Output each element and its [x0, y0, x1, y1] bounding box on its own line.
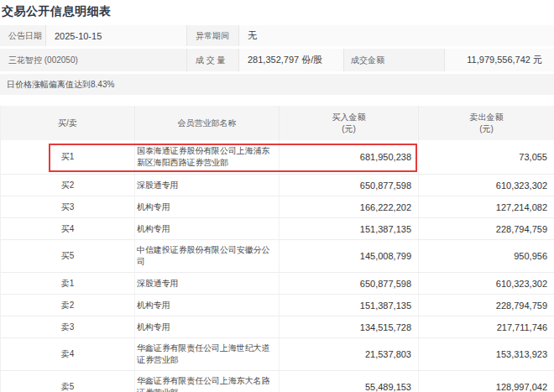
row-buy-amount: 151,387,135	[280, 295, 419, 316]
table-row: 买4 机构专用 151,387,135 228,794,759	[1, 218, 554, 240]
table-row: 买1 国泰海通证券股份有限公司上海浦东新区海阳西路证券营业部 681,950,2…	[1, 140, 554, 175]
row-sell-amount: 228,794,759	[419, 218, 554, 239]
row-sell-amount: 127,214,082	[419, 196, 554, 217]
announce-date-value: 2025-10-15	[46, 25, 187, 46]
row-buy-amount: 681,950,238	[280, 140, 419, 174]
table-row: 卖2 机构专用 151,387,135 228,794,759	[1, 295, 554, 316]
column-unit: (元)	[479, 123, 494, 135]
row-branch-name: 机构专用	[135, 196, 280, 217]
row-sell-amount: 950,956	[419, 240, 554, 272]
row-branch-name: 深股通专用	[135, 175, 280, 196]
column-header-branch-name: 会员营业部名称	[135, 106, 280, 140]
row-side: 买2	[1, 175, 135, 196]
row-side: 卖4	[1, 338, 135, 370]
column-header-buy-amount: 买入金额 (元)	[280, 106, 419, 140]
table-body: 买1 国泰海通证券股份有限公司上海浦东新区海阳西路证券营业部 681,950,2…	[1, 140, 554, 392]
column-label: 买/卖	[58, 118, 77, 129]
row-buy-amount: 145,008,799	[280, 240, 419, 272]
table-row: 买2 深股通专用 650,877,598 610,323,302	[1, 175, 554, 196]
row-branch-name: 中信建投证券股份有限公司安徽分公司	[135, 240, 280, 272]
table-row: 卖5 华鑫证券有限责任公司上海东大名路证券营业部 55,489,153 128,…	[1, 371, 554, 392]
table-row: 卖4 华鑫证券有限责任公司上海世纪大道证券营业部 21,537,803 153,…	[1, 338, 554, 371]
row-side: 买1	[1, 140, 135, 174]
row-buy-amount: 21,537,803	[280, 338, 419, 370]
table-row: 卖1 深股通专用 650,877,598 610,323,302	[1, 273, 554, 295]
turnover-value: 11,979,556,742 元	[445, 49, 554, 71]
volume-label: 成 交 量	[187, 49, 239, 71]
row-side: 买3	[1, 196, 135, 217]
table-row: 买3 机构专用 166,222,202 127,214,082	[1, 196, 554, 218]
table-header: 买/卖 会员营业部名称 买入金额 (元) 卖出金额 (元)	[1, 106, 554, 140]
row-buy-amount: 134,515,728	[280, 316, 419, 337]
column-unit: (元)	[342, 123, 356, 135]
abnormal-period-label: 异常期间	[187, 25, 239, 46]
column-label: 卖出金额	[470, 112, 504, 123]
row-buy-amount: 55,489,153	[280, 371, 419, 392]
row-side: 卖5	[1, 371, 135, 392]
info-row-date: 公告日期 2025-10-15 异常期间 无	[0, 25, 554, 46]
row-buy-amount: 151,387,135	[280, 218, 419, 239]
row-side: 买4	[1, 218, 135, 239]
row-branch-name: 华鑫证券有限责任公司上海东大名路证券营业部	[135, 371, 280, 392]
row-sell-amount: 610,323,302	[419, 175, 554, 196]
row-buy-amount: 166,222,202	[280, 196, 419, 217]
table-row: 买5 中信建投证券股份有限公司安徽分公司 145,008,799 950,956	[1, 240, 554, 273]
row-sell-amount: 73,055	[419, 140, 554, 174]
row-branch-name: 机构专用	[135, 218, 280, 239]
row-side: 卖3	[1, 316, 135, 337]
turnover-label: 成交金额	[344, 49, 445, 71]
volume-value: 281,352,797 份/股	[239, 49, 344, 71]
row-side: 卖1	[1, 273, 135, 294]
column-header-sell-amount: 卖出金额 (元)	[419, 106, 554, 140]
row-sell-amount: 153,313,923	[419, 338, 554, 370]
row-buy-amount: 650,877,598	[280, 175, 419, 196]
abnormal-period-value: 无	[239, 25, 554, 46]
broker-table: 买/卖 会员营业部名称 买入金额 (元) 卖出金额 (元) 买1 国泰海通证券股…	[0, 106, 554, 392]
row-branch-name: 机构专用	[135, 295, 280, 316]
row-sell-amount: 128,997,042	[419, 371, 554, 392]
page-title: 交易公开信息明细表	[2, 4, 112, 19]
column-header-side: 买/卖	[1, 106, 135, 140]
row-branch-name: 国泰海通证券股份有限公司上海浦东新区海阳西路证券营业部	[135, 140, 280, 174]
column-label: 会员营业部名称	[178, 118, 237, 129]
row-sell-amount: 217,711,746	[419, 316, 554, 337]
row-buy-amount: 650,877,598	[280, 273, 419, 294]
info-section: 公告日期 2025-10-15 异常期间 无 三花智控 (002050) 成 交…	[0, 25, 554, 74]
row-side: 卖2	[1, 295, 135, 316]
row-branch-name: 深股通专用	[135, 273, 280, 294]
row-sell-amount: 610,323,302	[419, 273, 554, 294]
column-label: 买入金额	[332, 112, 366, 123]
table-row: 卖3 机构专用 134,515,728 217,711,746	[1, 316, 554, 338]
row-branch-name: 华鑫证券有限责任公司上海世纪大道证券营业部	[135, 338, 280, 370]
announce-date-label: 公告日期	[0, 25, 46, 46]
trade-disclosure-page: 交易公开信息明细表 公告日期 2025-10-15 异常期间 无 三花智控 (0…	[0, 0, 554, 392]
row-sell-amount: 228,794,759	[419, 295, 554, 316]
row-branch-name: 机构专用	[135, 316, 280, 337]
stock-name: 三花智控 (002050)	[0, 49, 187, 71]
price-deviation-note: 日价格涨幅偏离值达到8.43%	[0, 74, 554, 95]
row-side: 买5	[1, 240, 135, 272]
info-row-stock: 三花智控 (002050) 成 交 量 281,352,797 份/股 成交金额…	[0, 49, 554, 71]
